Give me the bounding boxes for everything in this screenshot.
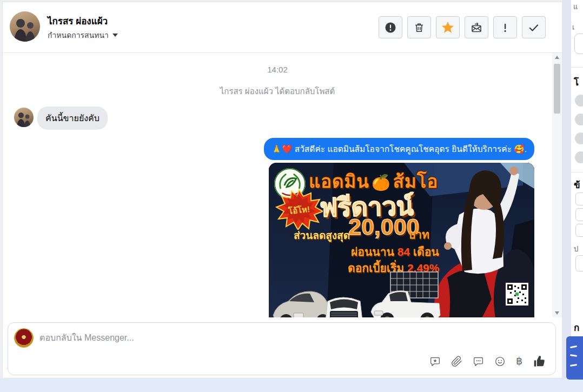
sidepanel-cta-button[interactable] bbox=[566, 336, 583, 380]
ad-cars-graphic bbox=[269, 265, 455, 317]
sidepanel-section-title: โ bbox=[574, 75, 579, 89]
emoji-button[interactable] bbox=[494, 356, 506, 367]
comment-button[interactable] bbox=[473, 356, 484, 367]
exclamation-icon bbox=[499, 22, 511, 34]
cta-text-fragment bbox=[570, 354, 577, 357]
attach-file-button[interactable] bbox=[451, 356, 462, 367]
sidepanel-field[interactable] bbox=[575, 224, 583, 237]
contact-name: ไกรสร ผ่องแผ้ว bbox=[48, 14, 108, 28]
sidepanel-text-fragment: แ bbox=[573, 1, 578, 12]
sidepanel-field[interactable] bbox=[574, 34, 583, 54]
scrollbar-up-arrow[interactable] bbox=[552, 53, 562, 62]
sidepanel-field[interactable] bbox=[575, 208, 583, 221]
mark-unread-button[interactable] bbox=[465, 16, 488, 38]
time-divider: 14:02 bbox=[3, 65, 552, 74]
divider bbox=[571, 172, 583, 172]
triangle-down-icon bbox=[555, 311, 559, 315]
incoming-message-bubble: คันนี้ขายยังคับ bbox=[37, 107, 108, 130]
conversation-schedule-label: กำหนดการสนทนา bbox=[48, 29, 109, 41]
star-icon bbox=[441, 21, 455, 35]
ad-installment-line: ผ่อนนาน 84 เดือน bbox=[351, 243, 439, 261]
sidepanel-item-icon[interactable] bbox=[575, 132, 583, 144]
triangle-up-icon bbox=[555, 56, 559, 59]
ad-burst-badge: โอ้โห! bbox=[275, 189, 323, 230]
envelope-arrow-icon bbox=[470, 21, 483, 34]
conversation-event-text: ไกรสร ผ่องแผ้ว ได้ตอบกลับโพสต์ bbox=[3, 85, 552, 98]
conversation-schedule-dropdown[interactable]: กำหนดการสนทนา bbox=[48, 29, 118, 41]
exclamation-circle-filled-icon bbox=[384, 21, 397, 34]
qr-code bbox=[506, 283, 528, 305]
bubble-star-icon bbox=[429, 356, 441, 367]
sidepanel-item-icon[interactable] bbox=[575, 95, 583, 107]
thumbs-up-icon bbox=[533, 354, 547, 368]
payment-baht-button[interactable]: ฿ bbox=[516, 356, 522, 367]
sidepanel-item-icon[interactable] bbox=[575, 151, 583, 163]
details-side-panel: แ เ โ ข้ ป ก bbox=[571, 0, 583, 378]
avatar-photo-silhouette bbox=[10, 11, 40, 42]
sidepanel-section-title: ก bbox=[574, 320, 579, 335]
header-action-bar bbox=[379, 16, 546, 38]
sidepanel-text-fragment: เ bbox=[572, 22, 574, 33]
reply-composer: ฿ bbox=[8, 322, 556, 375]
ad-installment-value: 84 bbox=[398, 245, 410, 258]
like-button[interactable] bbox=[533, 354, 547, 368]
smiley-icon bbox=[494, 356, 506, 367]
contact-avatar[interactable] bbox=[10, 11, 40, 42]
mark-done-button[interactable] bbox=[522, 16, 546, 38]
incoming-message-avatar[interactable] bbox=[14, 108, 34, 127]
reply-input[interactable] bbox=[39, 330, 364, 346]
chevron-down-icon bbox=[112, 34, 118, 37]
cta-text-fragment bbox=[570, 364, 577, 367]
outgoing-message-bubble: 🙏❤️ สวัสดีค่ะ แอดมินส้มโอจากโชคคูณโชคอุด… bbox=[264, 138, 534, 160]
sidepanel-item-icon[interactable] bbox=[575, 114, 583, 125]
cta-text-fragment bbox=[570, 346, 577, 349]
conversation-header: ไกรสร ผ่องแผ้ว กำหนดการสนทนา bbox=[3, 2, 562, 53]
scrollbar-thumb[interactable] bbox=[554, 64, 560, 114]
scrollbar-down-arrow[interactable] bbox=[552, 309, 562, 317]
ad-installment-suffix: เดือน bbox=[413, 245, 439, 258]
composer-toolbar: ฿ bbox=[429, 354, 547, 368]
mark-spam-button[interactable] bbox=[493, 16, 517, 38]
page-inbox-window: ไกรสร ผ่องแผ้ว กำหนดการสนทนา bbox=[0, 0, 583, 392]
image-attachment-car-ad[interactable]: แอดมิน🍊ส้มโอ โอ้โห! ฟรีดาวน์ ส่วนลดสูงสุ… bbox=[269, 163, 534, 317]
sidepanel-field[interactable] bbox=[575, 192, 583, 205]
sidepanel-field-label: ป bbox=[574, 243, 578, 255]
paperclip-icon bbox=[451, 356, 462, 367]
ad-discount-unit: บาท bbox=[408, 225, 429, 243]
delete-button[interactable] bbox=[407, 16, 431, 38]
sidepanel-field[interactable] bbox=[575, 255, 583, 271]
ad-installment-prefix: ผ่อนนาน bbox=[351, 245, 394, 258]
sidepanel-section-title: ข้ bbox=[574, 177, 580, 192]
divider bbox=[571, 67, 583, 68]
report-button[interactable] bbox=[379, 16, 402, 38]
ad-discount-label: ส่วนลดสูงสุด bbox=[294, 227, 350, 243]
message-list-scrollbar[interactable] bbox=[552, 53, 562, 317]
message-list: 14:02 ไกรสร ผ่องแผ้ว ได้ตอบกลับโพสต์ คัน… bbox=[3, 53, 552, 317]
page-logo-avatar bbox=[14, 328, 34, 348]
saved-replies-button[interactable] bbox=[429, 356, 441, 367]
panel-gap-strip bbox=[562, 0, 571, 378]
bottom-page-strip bbox=[0, 378, 583, 392]
bubble-dots-icon bbox=[473, 356, 484, 367]
check-icon bbox=[527, 21, 540, 34]
conversation-card: ไกรสร ผ่องแผ้ว กำหนดการสนทนา bbox=[2, 2, 562, 378]
trash-icon bbox=[413, 22, 425, 34]
avatar-photo-silhouette bbox=[14, 108, 34, 127]
follow-up-button[interactable] bbox=[436, 16, 460, 38]
